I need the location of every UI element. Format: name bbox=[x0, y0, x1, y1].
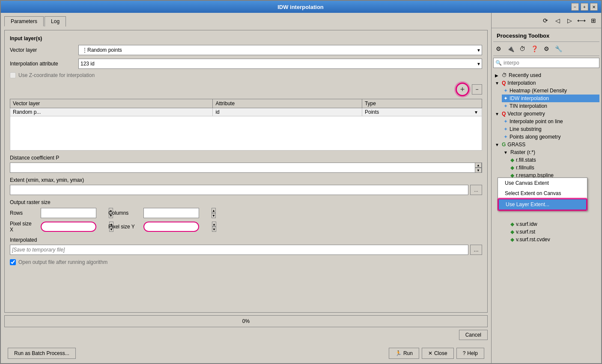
interpolation-attr-dropdown-arrow: ▼ bbox=[477, 62, 481, 66]
line-substring-icon: ✦ bbox=[504, 126, 508, 132]
run-batch-button[interactable]: Run as Batch Process... bbox=[8, 348, 76, 359]
tab-log[interactable]: Log bbox=[45, 16, 66, 27]
interpolation-arrow: ▼ bbox=[495, 81, 500, 86]
extent-input[interactable]: 357261.16038131196,372172.31020287273,50… bbox=[10, 185, 468, 195]
tree-item-heatmap[interactable]: ✦ Heatmap (Kernel Density bbox=[502, 87, 599, 95]
row-layer: Random p... bbox=[10, 108, 213, 116]
toolbox-config-icon[interactable]: 🔧 bbox=[553, 44, 563, 54]
use-z-coord-label: Use Z-coordinate for interpolation bbox=[18, 72, 95, 78]
tree-item-raster-r[interactable]: ▼ Raster (r.*) bbox=[502, 148, 599, 156]
toolbox-history-icon[interactable]: ⏱ bbox=[517, 44, 527, 54]
toolbox-panel: Processing Toolbox ⚙ 🔌 ⏱ ❓ ⚙ 🔧 🔍 bbox=[492, 28, 601, 364]
pixel-y-up[interactable]: ▲ bbox=[212, 222, 216, 227]
toolbox-gear-icon[interactable]: ⚙ bbox=[493, 44, 504, 54]
r-fillnulls-icon: ◆ bbox=[510, 165, 514, 171]
row-type[interactable]: Points ▼ bbox=[362, 108, 482, 116]
toolbar-icon-1[interactable]: ⟳ bbox=[540, 15, 551, 26]
tree-item-v-surf-idw[interactable]: ◆ v.surf.idw bbox=[509, 220, 599, 228]
tree-item-interpolate-point[interactable]: ✦ Interpolate point on line bbox=[502, 118, 599, 125]
open-output-checkbox[interactable] bbox=[10, 259, 16, 265]
rows-input[interactable]: 979 ▲ ▼ bbox=[41, 208, 96, 218]
help-button[interactable]: ? Help bbox=[456, 348, 484, 359]
pixel-x-label: Pixel size X bbox=[10, 221, 36, 233]
distance-input[interactable]: 2.000000 ▲ ▼ bbox=[10, 163, 482, 173]
minimize-button[interactable]: − bbox=[571, 3, 579, 11]
open-output-label: Open output file after running algorithm bbox=[18, 259, 107, 265]
search-input[interactable] bbox=[504, 60, 597, 66]
rows-value[interactable]: 979 bbox=[41, 209, 109, 217]
toolbox-settings-icon[interactable]: ⚙ bbox=[541, 44, 551, 54]
tree-item-r-fill-stats[interactable]: ◆ r.fill.stats bbox=[509, 156, 599, 164]
tree-item-tin[interactable]: ✦ TIN interpolation bbox=[502, 102, 599, 110]
main-content: Parameters Log Input layer(s) Vector lay… bbox=[1, 13, 601, 364]
remove-layer-button[interactable]: − bbox=[472, 84, 482, 95]
pixel-y-input[interactable]: 10.000000 ▲ ▼ bbox=[143, 222, 199, 232]
interpolated-section: Interpolated … bbox=[10, 237, 482, 255]
toolbox-help-icon[interactable]: ❓ bbox=[529, 44, 539, 54]
columns-value[interactable]: 1492 bbox=[144, 209, 212, 217]
pixel-y-value[interactable]: 10.000000 bbox=[144, 223, 212, 231]
tree-item-recently-used[interactable]: ▶ ⏱ Recently used bbox=[493, 71, 599, 79]
v-surf-idw-icon: ◆ bbox=[510, 221, 514, 227]
interpolated-file-input[interactable] bbox=[10, 245, 468, 255]
toolbar-icon-4[interactable]: ⟷ bbox=[576, 15, 587, 26]
tree-item-v-surf-rst[interactable]: ◆ v.surf.rst bbox=[509, 228, 599, 236]
cancel-button[interactable]: Cancel bbox=[459, 330, 488, 340]
distance-down[interactable]: ▼ bbox=[475, 168, 482, 173]
context-menu-layer-extent[interactable]: Use Layer Extent... bbox=[498, 198, 587, 210]
distance-section: Distance coefficient P 2.000000 ▲ ▼ bbox=[10, 155, 482, 173]
progress-bar: 0% bbox=[4, 315, 488, 327]
tree-item-points-along[interactable]: ✦ Points along geometry bbox=[502, 133, 599, 141]
interpolated-file-button[interactable]: … bbox=[470, 245, 482, 255]
tree-item-r-fillnulls[interactable]: ◆ r.fillnulls bbox=[509, 164, 599, 172]
help-icon: ? bbox=[463, 350, 466, 356]
points-along-icon: ✦ bbox=[504, 134, 508, 140]
right-panel: ⟳ ◁ ▷ ⟷ ⊞ Processing Toolbox ⚙ 🔌 ⏱ ❓ ⚙ 🔧 bbox=[491, 13, 601, 364]
tree-item-interpolation[interactable]: ▼ Q Interpolation bbox=[493, 79, 599, 87]
context-menu-canvas-extent[interactable]: Use Canvas Extent bbox=[498, 178, 587, 188]
input-layers-label: Input layer(s) bbox=[10, 36, 482, 41]
tree-item-idw[interactable]: ✦ IDW interpolation bbox=[502, 95, 599, 102]
pixel-x-value[interactable]: 10.000000 bbox=[42, 223, 109, 231]
run-icon: 🏃 bbox=[395, 350, 402, 356]
tab-bar: Parameters Log bbox=[4, 16, 488, 27]
rows-columns-row: Rows 979 ▲ ▼ Columns 1492 ▲ bbox=[10, 208, 482, 218]
toolbar-icon-2[interactable]: ◁ bbox=[552, 15, 563, 26]
search-row: 🔍 bbox=[493, 58, 599, 68]
output-raster-label: Output raster size bbox=[10, 199, 482, 205]
tree-item-grass[interactable]: ▼ G GRASS bbox=[493, 141, 599, 148]
columns-down[interactable]: ▼ bbox=[212, 213, 216, 218]
pixel-y-label: Pixel size Y bbox=[108, 224, 138, 230]
interpolation-attr-label: Interpolation attribute bbox=[10, 61, 78, 67]
context-menu: Use Canvas Extent Select Extent on Canva… bbox=[498, 178, 587, 211]
heatmap-icon: ✦ bbox=[504, 88, 508, 94]
columns-up[interactable]: ▲ bbox=[212, 208, 216, 213]
vector-layer-control[interactable]: ⋮ Random points ▼ bbox=[78, 45, 482, 55]
close-button[interactable]: ✕ bbox=[590, 3, 598, 11]
toolbar-icon-5[interactable]: ⊞ bbox=[588, 15, 599, 26]
columns-input[interactable]: 1492 ▲ ▼ bbox=[143, 208, 199, 218]
distance-up[interactable]: ▲ bbox=[475, 163, 482, 168]
tab-parameters[interactable]: Parameters bbox=[4, 16, 44, 27]
tin-icon: ✦ bbox=[504, 103, 508, 109]
use-z-coord-checkbox[interactable] bbox=[10, 72, 16, 78]
close-button-bottom[interactable]: ✕ Close bbox=[422, 348, 454, 359]
distance-value-input[interactable]: 2.000000 bbox=[10, 164, 475, 172]
recently-used-icon: ⏱ bbox=[502, 72, 507, 78]
extent-label: Extent (xmin, xmax, ymin, ymax) bbox=[10, 177, 482, 183]
maximize-button[interactable]: + bbox=[581, 3, 588, 11]
pixel-y-down[interactable]: ▼ bbox=[212, 227, 216, 232]
run-button[interactable]: 🏃 Run bbox=[389, 348, 419, 359]
tree-item-vector-geometry[interactable]: ▼ Q Vector geometry bbox=[493, 110, 599, 118]
context-menu-select-canvas[interactable]: Select Extent on Canvas bbox=[498, 188, 587, 198]
extent-options-button[interactable]: … bbox=[470, 185, 482, 195]
tree-item-v-surf-rst-cvdev[interactable]: ◆ v.surf.rst.cvdev bbox=[509, 236, 599, 243]
window-controls: − + ✕ bbox=[571, 3, 598, 11]
vector-layer-label: Vector layer bbox=[10, 47, 78, 53]
pixel-x-input[interactable]: 10.000000 ▲ ▼ bbox=[41, 222, 96, 232]
toolbar-icon-3[interactable]: ▷ bbox=[564, 15, 575, 26]
interpolation-attr-control[interactable]: 123 id ▼ bbox=[78, 59, 482, 69]
toolbox-plugin-icon[interactable]: 🔌 bbox=[505, 44, 516, 54]
tree-item-line-substring[interactable]: ✦ Line substring bbox=[502, 125, 599, 133]
add-layer-button[interactable]: + bbox=[456, 83, 469, 96]
